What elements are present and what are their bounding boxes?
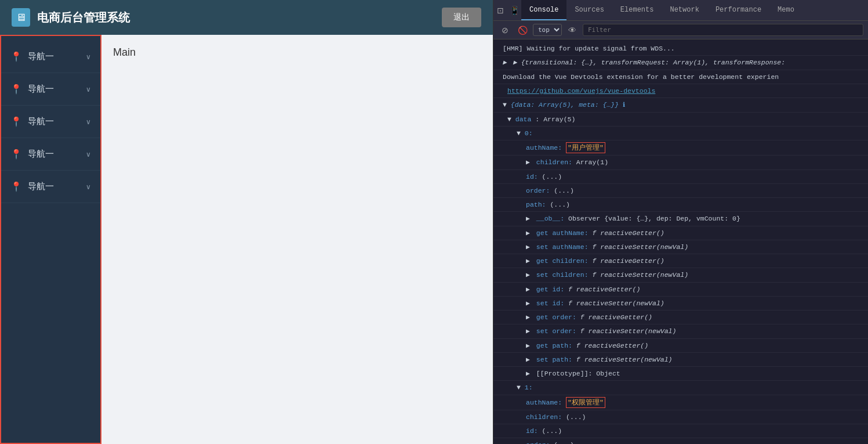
nav-arrow-1: ∨ (86, 53, 91, 61)
tab-console[interactable]: Console (521, 0, 566, 20)
nav-item-4-left: 📍 导航一 (10, 149, 54, 160)
nav-label-4: 导航一 (28, 149, 54, 160)
authname1-highlight: "权限管理" (566, 397, 605, 408)
set-order-val: f reactiveSetter(newVal) (580, 327, 677, 335)
nav-item-4[interactable]: 📍 导航一 ∨ (1, 138, 100, 171)
get-path-val: f reactiveGetter() (576, 342, 648, 349)
devtools-tabs-toolbar: ⊡ 📱 Console Sources Elements Network Per… (493, 0, 868, 21)
collapse-icon-1[interactable]: ▼ (517, 384, 521, 391)
collapse-icon-data[interactable]: ▼ (507, 115, 511, 123)
id1-line: id: (...) (493, 424, 868, 438)
expand-icon-gp[interactable]: ▶ (526, 342, 530, 349)
info-text: Download the Vue Devtools extension for … (503, 73, 779, 81)
expand-icon-go[interactable]: ▶ (526, 313, 530, 321)
expand-icon[interactable]: ▶ (503, 59, 507, 66)
devtools-console[interactable]: [HMR] Waiting for update signal from WDS… (493, 39, 868, 444)
collapse-icon-0[interactable]: ▼ (517, 129, 521, 137)
tab-performance[interactable]: Performance (707, 0, 769, 20)
set-authname-val: f reactiveSetter(newVal) (592, 243, 688, 251)
nav-item-2-left: 📍 导航一 (10, 84, 54, 95)
nav-arrow-3: ∨ (86, 118, 91, 126)
children0-line: ▶ children: Array(1) (493, 156, 868, 169)
expand-icon-sp[interactable]: ▶ (526, 356, 530, 363)
id0-key: id: (526, 173, 542, 181)
prototype0-text: [[Prototype]]: Object (536, 370, 620, 377)
nav-label-3: 导航一 (28, 116, 54, 127)
authname1-line: authName: "权限管理" (493, 395, 868, 410)
root-obj-text: {data: Array(5), meta: {…}} (511, 101, 623, 109)
logout-button[interactable]: 退出 (442, 8, 481, 27)
nav-icon-4: 📍 (10, 149, 22, 160)
set-authname-line: ▶ set authName: f reactiveSetter(newVal) (493, 240, 868, 254)
devtools-settings-icon[interactable]: ⊡ (493, 3, 507, 17)
info-icon: ℹ (623, 102, 625, 109)
children0-val: Array(1) (576, 158, 608, 166)
expand-icon-gi[interactable]: ▶ (526, 286, 530, 293)
get-children-key: get children: (536, 257, 593, 265)
devtools-mobile-icon[interactable]: 📱 (507, 3, 521, 17)
root-obj-line: ▼ {data: Array(5), meta: {…}} ℹ (493, 98, 868, 113)
app-body: 📍 导航一 ∨ 📍 导航一 ∨ 📍 导航一 ∨ (0, 35, 493, 444)
set-path-key: set path: (536, 356, 576, 363)
expand-ob0-icon[interactable]: ▶ (526, 215, 530, 222)
item0-key: 0: (525, 129, 533, 137)
expand-icon-sc[interactable]: ▶ (526, 271, 530, 279)
set-order-line: ▶ set order: f reactiveSetter(newVal) (493, 324, 868, 338)
expand-icon-so[interactable]: ▶ (526, 327, 530, 335)
get-authname-key: get authName: (536, 229, 593, 237)
tab-elements[interactable]: Elements (612, 0, 662, 20)
set-path-line: ▶ set path: f reactiveSetter(newVal) (493, 353, 868, 367)
nav-item-3[interactable]: 📍 导航一 ∨ (1, 106, 100, 138)
tab-network[interactable]: Network (662, 0, 707, 20)
nav-icon-3: 📍 (10, 116, 22, 127)
obj-text: ▶ {transitional: {…}, transformRequest: … (513, 59, 785, 66)
app-logo-icon: 🖥 (12, 8, 30, 27)
nav-item-1[interactable]: 📍 导航一 ∨ (1, 41, 100, 73)
app-header: 🖥 电商后台管理系统 退出 (0, 0, 493, 35)
authname1-value: "权限管理" (568, 399, 604, 406)
vue-devtools-link[interactable]: https://github.com/vuejs/vue-devtools (507, 87, 655, 95)
item0-line: ▼ 0: (493, 127, 868, 140)
tab-sources[interactable]: Sources (566, 0, 612, 20)
get-authname-val: f reactiveGetter() (592, 229, 664, 237)
order0-val: (...) (554, 187, 574, 194)
authname0-line: authName: "用户管理" (493, 140, 868, 156)
clear-console-icon[interactable]: ⊘ (498, 23, 512, 37)
console-filter-input[interactable] (583, 24, 863, 36)
expand-icon-sa[interactable]: ▶ (526, 243, 530, 251)
context-select[interactable]: top (533, 24, 562, 36)
eye-icon[interactable]: 👁 (565, 23, 579, 37)
get-children-line: ▶ get children: f reactiveGetter() (493, 254, 868, 268)
set-order-key: set order: (536, 327, 580, 335)
path0-val: (...) (550, 201, 570, 208)
order1-line: order: (...) (493, 438, 868, 444)
block-icon[interactable]: 🚫 (515, 23, 529, 37)
expand-icon-ga[interactable]: ▶ (526, 229, 530, 237)
ob0-line: ▶ __ob__: Observer {value: {…}, dep: Dep… (493, 212, 868, 226)
expand-icon-si[interactable]: ▶ (526, 299, 530, 307)
console-link-line: https://github.com/vuejs/vue-devtools (493, 84, 868, 98)
collapse-icon-root[interactable]: ▼ (503, 101, 507, 109)
app-title: 电商后台管理系统 (37, 10, 130, 26)
set-id-line: ▶ set id: f reactiveSetter(newVal) (493, 297, 868, 311)
nav-label-1: 导航一 (28, 51, 54, 62)
console-info-line: Download the Vue Devtools extension for … (493, 70, 868, 84)
expand-icon-gc[interactable]: ▶ (526, 257, 530, 265)
get-path-line: ▶ get path: f reactiveGetter() (493, 339, 868, 353)
get-id-val: f reactiveGetter() (568, 286, 640, 293)
nav-label-5: 导航一 (28, 181, 54, 192)
sidebar: 📍 导航一 ∨ 📍 导航一 ∨ 📍 导航一 ∨ (0, 35, 101, 444)
nav-item-5[interactable]: 📍 导航一 ∨ (1, 171, 100, 203)
expand-icon-proto0[interactable]: ▶ (526, 370, 530, 377)
nav-arrow-5: ∨ (86, 183, 91, 191)
nav-item-2[interactable]: 📍 导航一 ∨ (1, 73, 100, 106)
tab-memory[interactable]: Memo (769, 0, 802, 20)
main-content: Main (101, 35, 493, 444)
hmr-text: [HMR] Waiting for update signal from WDS… (503, 45, 675, 52)
nav-item-3-left: 📍 导航一 (10, 116, 54, 127)
expand-children0-icon[interactable]: ▶ (526, 158, 530, 166)
get-id-line: ▶ get id: f reactiveGetter() (493, 283, 868, 297)
path0-line: path: (...) (493, 198, 868, 212)
main-heading: Main (113, 46, 481, 59)
children1-val: (...) (566, 413, 586, 421)
